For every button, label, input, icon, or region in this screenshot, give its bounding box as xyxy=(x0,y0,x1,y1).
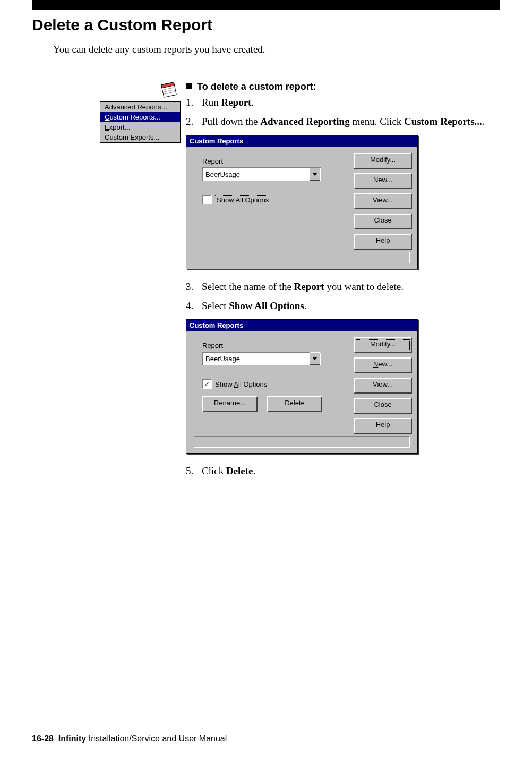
footer-product: Infinity xyxy=(58,734,86,743)
step-number: 2. xyxy=(186,116,202,127)
menu-item-label: Custom Exports... xyxy=(105,133,159,141)
custom-reports-dialog-2: Custom Reports Report BeerUsage ✓ Show A… xyxy=(186,319,418,454)
advanced-reporting-menu: Advanced Reports... Custom Reports... Ex… xyxy=(100,101,181,143)
menu-item-custom-exports[interactable]: Custom Exports... xyxy=(100,132,180,142)
step-text: Select the name of the Report you want t… xyxy=(202,281,500,293)
notes-icon xyxy=(159,81,178,98)
combo-dropdown-button[interactable] xyxy=(310,168,320,181)
step-text: Run Report. xyxy=(202,97,500,108)
menu-item-label: dvanced Reports... xyxy=(109,103,167,111)
report-label: Report xyxy=(202,342,346,349)
step-3: 3. Select the name of the Report you wan… xyxy=(186,281,500,293)
step-number: 1. xyxy=(186,97,202,108)
show-all-options-checkbox[interactable]: ✓ xyxy=(202,379,212,389)
view-button[interactable]: View... xyxy=(354,193,412,209)
step-4: 4. Select Show All Options. xyxy=(186,300,500,312)
new-button[interactable]: New... xyxy=(354,173,412,189)
rename-button[interactable]: Rename... xyxy=(202,396,258,412)
close-button[interactable]: Close xyxy=(354,214,412,229)
dialog-titlebar: Custom Reports xyxy=(186,135,417,147)
square-bullet-icon xyxy=(186,83,192,89)
step-number: 5. xyxy=(186,465,202,477)
modify-button[interactable]: Modify... xyxy=(354,337,412,353)
custom-reports-dialog-1: Custom Reports Report BeerUsage Show All… xyxy=(186,135,418,269)
header-black-bar xyxy=(32,0,500,10)
chevron-down-icon xyxy=(313,357,317,360)
separator-rule xyxy=(32,65,500,65)
menu-item-custom-reports[interactable]: Custom Reports... xyxy=(100,112,180,122)
delete-button[interactable]: Delete xyxy=(267,396,322,412)
step-2: 2. Pull down the Advanced Reporting menu… xyxy=(186,116,500,127)
report-combo[interactable]: BeerUsage xyxy=(202,352,321,365)
procedure-heading: To delete a custom report: xyxy=(186,81,500,92)
step-1: 1. Run Report. xyxy=(186,97,500,108)
step-5: 5. Click Delete. xyxy=(186,465,500,477)
dialog-titlebar: Custom Reports xyxy=(186,320,417,331)
intro-text: You can delete any custom reports you ha… xyxy=(53,44,500,55)
report-combo-value: BeerUsage xyxy=(203,355,310,363)
menu-item-advanced-reports[interactable]: Advanced Reports... xyxy=(100,102,180,112)
menu-item-label: ustom Reports... xyxy=(109,113,160,121)
dialog-status-bar xyxy=(194,436,410,448)
step-text: Select Show All Options. xyxy=(202,300,500,312)
menu-item-label: xport... xyxy=(109,123,131,131)
help-button[interactable]: Help xyxy=(354,418,412,434)
close-button[interactable]: Close xyxy=(354,398,412,414)
step-number: 4. xyxy=(186,300,202,312)
footer-page-number: 16-28 xyxy=(32,734,54,743)
combo-dropdown-button[interactable] xyxy=(310,352,320,365)
modify-button[interactable]: Modify... xyxy=(354,153,412,169)
chevron-down-icon xyxy=(313,173,317,176)
help-button[interactable]: Help xyxy=(354,234,412,250)
step-text: Click Delete. xyxy=(202,465,500,477)
menu-item-export[interactable]: Export... xyxy=(100,122,180,132)
report-combo[interactable]: BeerUsage xyxy=(202,167,321,181)
step-number: 3. xyxy=(186,281,202,293)
show-all-options-label: Show All Options xyxy=(215,380,267,388)
step-text: Pull down the Advanced Reporting menu. C… xyxy=(202,116,500,127)
procedure-heading-text: To delete a custom report: xyxy=(197,81,316,92)
dialog-status-bar xyxy=(194,252,410,263)
view-button[interactable]: View... xyxy=(354,378,412,394)
show-all-options-checkbox[interactable] xyxy=(202,195,212,204)
new-button[interactable]: New... xyxy=(354,357,412,373)
report-label: Report xyxy=(202,157,346,165)
page-title: Delete a Custom Report xyxy=(32,16,500,34)
report-combo-value: BeerUsage xyxy=(203,170,310,178)
page-footer: 16-28 Infinity Installation/Service and … xyxy=(32,734,227,744)
show-all-options-label: Show All Options xyxy=(215,195,270,204)
footer-rest: Installation/Service and User Manual xyxy=(86,734,227,743)
